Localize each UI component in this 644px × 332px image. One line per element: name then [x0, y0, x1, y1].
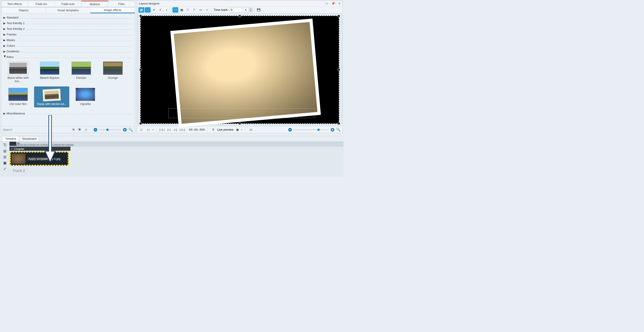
save-button[interactable]: 💾	[256, 7, 262, 13]
canvas-area[interactable]	[137, 13, 342, 126]
search-input[interactable]	[3, 128, 69, 131]
tab-fade-outs[interactable]: Fade-outs	[55, 1, 82, 7]
tab-files[interactable]: Files	[108, 1, 135, 7]
time-mark-input[interactable]	[230, 8, 243, 12]
category-text-friendly-2[interactable]: ▶Text friendly 2	[4, 26, 132, 32]
clear-search-icon[interactable]: ✕	[71, 128, 76, 132]
goto-end-button[interactable]: ▷▷|	[180, 127, 185, 132]
effect-thumbnail	[103, 62, 122, 75]
effect-thumbnail	[40, 62, 59, 75]
play-from-button[interactable]: ▷•	[146, 127, 152, 132]
zoom-fit-icon[interactable]: 🔍	[128, 128, 133, 132]
flag-prev-button[interactable]: ⚐	[192, 7, 197, 13]
category-miscellaneous[interactable]: ▶Miscellaneous	[4, 110, 132, 116]
path-add-button[interactable]: 〰	[172, 7, 178, 13]
ruler-tick: 500	[31, 143, 36, 147]
tab-image-effects[interactable]: Image effects	[90, 7, 135, 13]
canvas[interactable]	[140, 16, 339, 124]
grid-options-dropdown[interactable]: ▾	[164, 7, 170, 13]
zoom-fit-canvas-icon[interactable]: 🔍	[336, 128, 340, 132]
effect-old-color-film[interactable]: Old color film	[5, 88, 32, 108]
category-retro[interactable]: ▶Retro	[4, 54, 132, 60]
category-masks[interactable]: ▶Masks	[4, 37, 132, 43]
thumbnail-size-slider[interactable]	[100, 129, 121, 130]
flag-next-button[interactable]: ⚐	[185, 7, 191, 13]
curve-tool-button[interactable]: ⟋	[145, 7, 150, 13]
tool-group-button[interactable]: ⊞	[1, 148, 8, 154]
search-bar: ✕ 👁 ☆ − + 🔍	[1, 126, 135, 133]
preview-mode-button[interactable]: ▣	[234, 127, 240, 132]
preview-dropdown[interactable]: ▾	[241, 129, 242, 131]
category-standard[interactable]: ▶Standard	[4, 15, 132, 20]
maximize-icon[interactable]: ▭	[326, 2, 328, 5]
effect-grunge[interactable]: Grunge	[100, 62, 126, 83]
effect-thumbnail	[8, 88, 28, 101]
resize-handle-se[interactable]	[338, 122, 340, 125]
tool-crop-button[interactable]: ▣	[1, 160, 8, 165]
histogram-button[interactable]: ⫿⫿	[248, 127, 254, 132]
next-frame-button[interactable]: ▷|	[173, 127, 178, 132]
effect-thumbnail	[43, 89, 61, 101]
goto-start-button[interactable]: |◁◁	[159, 127, 165, 132]
category-gradients[interactable]: ▶Gradients	[4, 48, 132, 54]
live-preview-icon[interactable]: ⚲	[210, 127, 216, 132]
zoom-in-button[interactable]: +	[123, 128, 127, 132]
selection-overlay[interactable]	[168, 108, 315, 118]
effects-list[interactable]: ▶Standard ▶Text friendly 1 ▶Text friendl…	[1, 13, 135, 126]
resize-handle-sw[interactable]	[139, 122, 142, 125]
zoom-in-canvas-button[interactable]: +	[331, 128, 334, 132]
layout-designer-panel: Layout designer ▭ 📌 ✕ ▦ ⟋ ≡ # ▾ 〰 ▦ ⚐ ⚐ …	[137, 0, 343, 133]
tool-expand-button[interactable]: ⤢	[1, 166, 8, 171]
category-frames[interactable]: ▶Frames	[4, 32, 132, 37]
canvas-zoom-slider[interactable]	[294, 129, 329, 130]
resize-handle-nw[interactable]	[139, 15, 142, 18]
tab-smart-templates[interactable]: Smart templates	[46, 7, 90, 13]
timeline-main[interactable]: ✂ 00:00 500 00:01 500 00:02 500 00:03 50…	[10, 142, 344, 177]
chapter-bar[interactable]: − Chapter	[10, 147, 70, 151]
timeline-clip[interactable]: Apply template nily 5.jpg	[10, 152, 68, 166]
tab-storyboard[interactable]: Storyboard	[19, 136, 40, 142]
tab-fade-ins[interactable]: Fade-ins	[28, 1, 55, 7]
effect-bleach-bypass[interactable]: Bleach Bypass	[36, 62, 63, 83]
zoom-out-canvas-button[interactable]: −	[288, 128, 292, 132]
resize-handle-w[interactable]	[139, 68, 142, 71]
pin-icon[interactable]: 📌	[331, 2, 335, 5]
keyframe-list-button[interactable]: ≔	[198, 7, 204, 13]
play-dropdown[interactable]: ▾	[152, 129, 154, 131]
zoom-out-button[interactable]: −	[94, 128, 97, 132]
prev-frame-button[interactable]: |◁	[166, 127, 172, 132]
track-2-label: Track 2	[10, 166, 344, 173]
resize-handle-ne[interactable]	[338, 15, 340, 18]
effect-label: Vignette	[80, 102, 90, 106]
keyframe-dropdown[interactable]: ▾	[204, 7, 210, 13]
tool-text-button[interactable]: T|	[1, 143, 8, 148]
effect-vignette[interactable]: Vignette	[72, 88, 99, 108]
resize-handle-e[interactable]	[338, 68, 340, 71]
effect-sepia-deckle-edge[interactable]: Sepia with deckle-ed...	[34, 86, 69, 108]
resize-handle-s[interactable]	[238, 122, 241, 125]
resize-handle-n[interactable]	[238, 15, 241, 18]
tab-objects[interactable]: Objects	[1, 7, 46, 13]
tab-motions[interactable]: Motions	[81, 1, 108, 7]
list-tool-button[interactable]: ≡	[151, 7, 157, 13]
grid-tool-button[interactable]: #	[157, 7, 163, 13]
category-colors[interactable]: ▶Colors	[4, 43, 132, 48]
grid-snap-button[interactable]: ▦	[179, 7, 185, 13]
tab-text-effects[interactable]: Text effects	[1, 1, 28, 7]
timeline-ruler[interactable]: ✂ 00:00 500 00:01 500 00:02 500 00:03 50…	[10, 142, 344, 147]
category-text-friendly-1[interactable]: ▶Text friendly 1	[4, 20, 132, 26]
play-button[interactable]: ▷	[139, 127, 145, 132]
star-icon[interactable]: ☆	[84, 128, 88, 132]
effect-label: Grunge	[108, 76, 118, 80]
selection-tool-button[interactable]: ▦	[138, 7, 144, 13]
time-mark-spinner[interactable]: ▲▼	[249, 8, 253, 12]
eye-icon[interactable]: 👁	[78, 128, 82, 132]
category-label: Retro	[6, 55, 14, 59]
close-icon[interactable]: ✕	[338, 2, 340, 5]
effect-thumbnail	[72, 62, 91, 75]
ruler-tick: 00:00	[11, 143, 19, 147]
ruler-tick: 500	[18, 143, 23, 147]
tool-link-button[interactable]: ⊟	[1, 154, 8, 159]
effect-black-white-border[interactable]: Black-white with bor...	[5, 62, 32, 83]
effect-decolor[interactable]: Decolor	[68, 62, 94, 83]
